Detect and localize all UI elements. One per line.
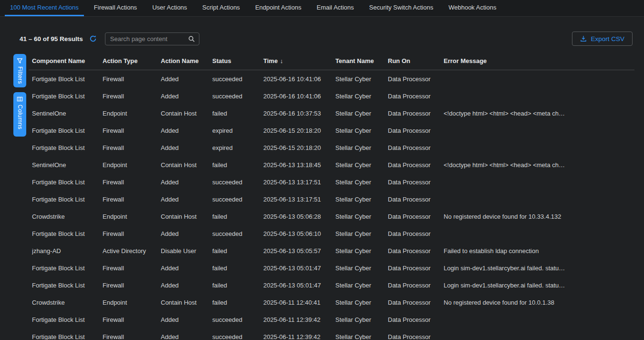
filters-tab-label: Filters — [17, 66, 23, 84]
table-cell: Login sim-dev1.stellarcyber.ai failed. s… — [444, 265, 634, 272]
table-cell: Endpoint — [103, 299, 161, 306]
columns-icon — [17, 96, 23, 102]
table-cell: No registered device found for 10.0.1.38 — [444, 299, 634, 306]
table-cell: Stellar Cyber — [335, 196, 388, 203]
table-row[interactable]: Fortigate Block ListFirewallAddedfailed2… — [29, 276, 634, 294]
table-cell: Data Processor — [388, 144, 444, 151]
table-row[interactable]: Fortigate Block ListFirewallAddedsucceed… — [29, 328, 634, 340]
table-cell: Stellar Cyber — [335, 265, 388, 272]
table-cell: Data Processor — [388, 75, 444, 83]
table-cell: Firewall — [103, 230, 161, 237]
table-row[interactable]: Fortigate Block ListFirewallAddedsucceed… — [29, 225, 634, 242]
table-cell: 2025-06-11 12:40:41 — [263, 299, 335, 306]
table-cell: failed — [212, 282, 263, 289]
table-cell: failed — [212, 247, 263, 255]
table-row[interactable]: Fortigate Block ListFirewallAddedfailed2… — [29, 259, 634, 276]
table-cell: Stellar Cyber — [335, 333, 388, 340]
table-row[interactable]: Fortigate Block ListFirewallAddedsucceed… — [29, 191, 634, 208]
export-csv-button[interactable]: Export CSV — [572, 32, 633, 46]
table-cell: Added — [161, 144, 212, 151]
table-cell: 2025-06-13 05:05:57 — [263, 247, 335, 255]
table-row[interactable]: jzhang-ADActive DirectoryDisable Userfai… — [29, 242, 634, 259]
table-row[interactable]: SentinelOneEndpointContain Hostfailed202… — [29, 156, 634, 173]
table-cell: Stellar Cyber — [335, 110, 388, 117]
table-cell: Fortigate Block List — [32, 230, 103, 237]
tab-user-actions[interactable]: User Actions — [147, 0, 192, 16]
table-cell: Contain Host — [161, 161, 212, 169]
table-cell: Endpoint — [103, 161, 161, 169]
tab-security-switch-actions[interactable]: Security Switch Actions — [364, 0, 438, 16]
table-row[interactable]: Fortigate Block ListFirewallAddedsucceed… — [29, 173, 634, 191]
table-cell: Data Processor — [388, 161, 444, 169]
table-cell: failed — [212, 161, 263, 169]
table-cell: Firewall — [103, 127, 161, 134]
table-row[interactable]: Fortigate Block ListFirewallAddedexpired… — [29, 122, 634, 139]
table-row[interactable]: Fortigate Block ListFirewallAddedsucceed… — [29, 311, 634, 328]
table-cell: Firewall — [103, 179, 161, 186]
table-cell: failed — [212, 265, 263, 272]
table-cell: Data Processor — [388, 247, 444, 255]
table-cell: failed — [212, 299, 263, 306]
actions-table-body: Fortigate Block ListFirewallAddedsucceed… — [29, 70, 634, 340]
table-cell: Data Processor — [388, 299, 444, 306]
table-cell: Disable User — [161, 247, 212, 255]
column-header-action-name[interactable]: Action Name — [161, 57, 212, 64]
table-cell: 2025-06-13 13:17:51 — [263, 196, 335, 203]
table-cell: Fortigate Block List — [32, 179, 103, 186]
column-header-action-type[interactable]: Action Type — [103, 57, 161, 64]
table-row[interactable]: CrowdstrikeEndpointContain Hostfailed202… — [29, 208, 634, 225]
tab-100-most-recent-actions[interactable]: 100 Most Recent Actions — [5, 0, 84, 16]
column-header-component-name[interactable]: Component Name — [32, 57, 103, 64]
table-cell: Failed to establish ldap connection — [444, 247, 634, 255]
table-cell: No registered device found for 10.33.4.1… — [444, 213, 634, 220]
table-cell: failed — [212, 213, 263, 220]
table-row[interactable]: Fortigate Block ListFirewallAddedsucceed… — [29, 70, 634, 87]
table-row[interactable]: SentinelOneEndpointContain Hostfailed202… — [29, 105, 634, 122]
table-cell: <!doctype html> <html> <head> <meta ch… — [444, 110, 634, 117]
search-input[interactable] — [105, 35, 188, 42]
column-header-error-message[interactable]: Error Message — [444, 57, 634, 64]
column-header-run-on[interactable]: Run On — [388, 57, 444, 64]
tab-webhook-actions[interactable]: Webhook Actions — [443, 0, 501, 16]
top-tab-bar: 100 Most Recent ActionsFirewall ActionsU… — [0, 0, 644, 17]
table-cell: Firewall — [103, 75, 161, 83]
table-cell: Fortigate Block List — [32, 196, 103, 203]
column-header-tenant-name[interactable]: Tenant Name — [335, 57, 388, 64]
column-header-time[interactable]: Time↓ — [263, 57, 335, 64]
table-row[interactable]: CrowdstrikeEndpointContain Hostfailed202… — [29, 294, 634, 311]
sort-desc-icon[interactable]: ↓ — [280, 57, 283, 64]
table-cell: 2025-06-13 13:18:45 — [263, 161, 335, 169]
column-header-status[interactable]: Status — [212, 57, 263, 64]
tab-firewall-actions[interactable]: Firewall Actions — [89, 0, 142, 16]
table-cell: Data Processor — [388, 282, 444, 289]
table-cell: Firewall — [103, 333, 161, 340]
table-cell: expired — [212, 127, 263, 134]
table-row[interactable]: Fortigate Block ListFirewallAddedexpired… — [29, 139, 634, 156]
table-cell: Added — [161, 230, 212, 237]
tab-email-actions[interactable]: Email Actions — [312, 0, 359, 16]
actions-table: Component NameAction TypeAction NameStat… — [29, 52, 634, 340]
table-cell: Stellar Cyber — [335, 316, 388, 323]
table-cell: 2025-06-15 20:18:20 — [263, 144, 335, 151]
table-cell: Added — [161, 75, 212, 83]
table-cell: 2025-06-16 10:41:06 — [263, 93, 335, 100]
toolbar: 41 – 60 of 95 Results Export CSV — [0, 32, 644, 46]
table-row[interactable]: Fortigate Block ListFirewallAddedsucceed… — [29, 87, 634, 105]
download-icon — [580, 35, 587, 42]
table-cell: Fortigate Block List — [32, 144, 103, 151]
table-cell: 2025-06-16 10:41:06 — [263, 75, 335, 83]
columns-tab[interactable]: Columns — [13, 92, 26, 137]
table-cell: Fortigate Block List — [32, 127, 103, 134]
table-cell: Stellar Cyber — [335, 247, 388, 255]
search-icon[interactable] — [188, 35, 199, 42]
table-cell: Stellar Cyber — [335, 161, 388, 169]
refresh-button[interactable] — [89, 35, 97, 42]
tab-script-actions[interactable]: Script Actions — [197, 0, 245, 16]
table-cell: Added — [161, 333, 212, 340]
table-cell: Contain Host — [161, 299, 212, 306]
table-cell: Stellar Cyber — [335, 179, 388, 186]
table-cell: Login sim-dev1.stellarcyber.ai failed. s… — [444, 282, 634, 289]
tab-endpoint-actions[interactable]: Endpoint Actions — [250, 0, 307, 16]
filters-tab[interactable]: Filters — [13, 54, 26, 87]
table-cell: Added — [161, 316, 212, 323]
